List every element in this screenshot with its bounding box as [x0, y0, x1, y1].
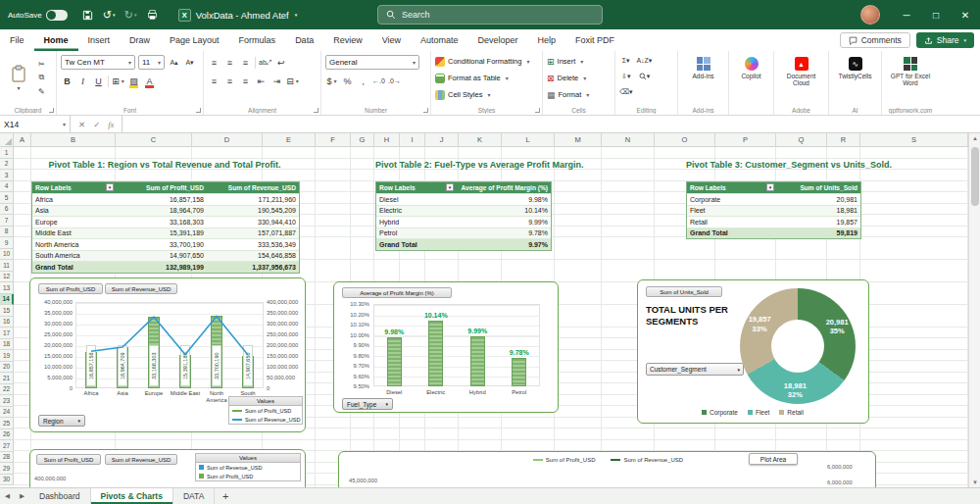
ribbon-tab-review[interactable]: Review [323, 29, 372, 51]
ribbon-tab-formulas[interactable]: Formulas [229, 29, 286, 51]
tab-scroll-right-icon[interactable]: ▶ [15, 488, 29, 504]
cut-icon[interactable]: ✂ [38, 59, 45, 70]
ribbon-tab-view[interactable]: View [372, 29, 411, 51]
borders-icon[interactable]: ⊞▾ [112, 75, 124, 88]
alignment-dialog-launcher[interactable] [314, 108, 318, 113]
format-cells-button[interactable]: ▦ Format▾ [547, 87, 611, 102]
row-header-28[interactable]: 28 [0, 452, 14, 464]
fill-color-icon[interactable]: ▨ [127, 75, 140, 88]
row-header-30[interactable]: 30 [0, 475, 14, 486]
chart-bottom-middle-partial[interactable]: Sum of Profit_USDSum of Revenue_USDPlot … [338, 451, 876, 487]
ribbon-tab-home[interactable]: Home [34, 29, 78, 51]
pivot-field-button[interactable]: Sum of Profit_USD [38, 283, 103, 294]
column-header-R[interactable]: R [827, 133, 860, 147]
align-left-icon[interactable]: ≡ [208, 75, 220, 88]
align-bottom-icon[interactable]: ≡ [239, 56, 252, 70]
column-header-E[interactable]: E [263, 133, 316, 147]
ribbon-tab-data[interactable]: Data [285, 29, 323, 51]
column-header-O[interactable]: O [655, 133, 715, 147]
font-color-icon[interactable]: A [143, 75, 156, 88]
row-header-17[interactable]: 17 [0, 328, 14, 339]
column-header-D[interactable]: D [192, 133, 263, 147]
font-dialog-launcher[interactable] [196, 108, 201, 113]
row-header-3[interactable]: 3 [0, 170, 14, 181]
increase-decimal-icon[interactable]: ←.0 [372, 75, 385, 88]
minimize-button[interactable]: ─ [892, 0, 921, 29]
name-box[interactable]: X14 ▾ [0, 116, 71, 132]
orientation-icon[interactable]: ab⤢ [259, 56, 271, 70]
comments-button[interactable]: Comments [840, 32, 910, 48]
scroll-up-icon[interactable]: ▲ [969, 135, 980, 141]
chart-fuel-profit-margin[interactable]: Average of Profit Margin (%)10.30%10.20%… [333, 281, 559, 413]
align-right-icon[interactable]: ≡ [239, 75, 252, 88]
column-header-C[interactable]: C [116, 133, 192, 147]
styles-dialog-launcher[interactable] [535, 108, 540, 113]
fill-icon[interactable]: ⇩▾ [619, 70, 632, 83]
row-header-15[interactable]: 15 [0, 305, 14, 317]
row-header-24[interactable]: 24 [0, 407, 14, 419]
chart-bottom-left-partial[interactable]: Sum of Profit_USDSum of Revenue_USD400,0… [29, 449, 306, 487]
ribbon-tab-draw[interactable]: Draw [120, 29, 160, 51]
redo-icon[interactable]: ↻▾ [124, 8, 137, 22]
bold-button[interactable]: B [61, 75, 74, 88]
column-header-L[interactable]: L [502, 133, 555, 147]
search-box[interactable]: Search [377, 5, 603, 25]
user-avatar[interactable] [860, 5, 880, 25]
ribbon-tab-automate[interactable]: Automate [411, 29, 468, 51]
confirm-entry-icon[interactable]: ✓ [93, 120, 100, 129]
row-header-16[interactable]: 16 [0, 317, 14, 328]
sheet-canvas[interactable]: Pivot Table 1: Region vs Total Revenue a… [14, 147, 968, 487]
column-header-B[interactable]: B [31, 133, 116, 147]
column-header-K[interactable]: K [459, 133, 502, 147]
region-filter-button[interactable]: Region▾ [38, 415, 85, 427]
twistlycells-button[interactable]: ∿ TwistlyCells [833, 54, 877, 79]
row-header-1[interactable]: 1 [0, 147, 14, 159]
clipboard-dialog-launcher[interactable] [49, 108, 54, 113]
sort-filter-icon[interactable]: A↓Z▾ [636, 54, 652, 68]
copy-icon[interactable]: ⧉ [38, 73, 45, 83]
filter-dropdown-icon[interactable]: ▼ [766, 183, 774, 191]
customer-segment-filter-button[interactable]: Customer_Segment▾ [646, 363, 744, 376]
accounting-format-icon[interactable]: $▾ [325, 75, 338, 88]
ribbon-tab-developer[interactable]: Developer [468, 29, 528, 51]
percent-style-icon[interactable]: % [341, 75, 354, 88]
pivot-field-button[interactable]: Sum of Units_Sold [646, 286, 722, 297]
filter-dropdown-icon[interactable]: ▼ [446, 183, 454, 191]
document-cloud-button[interactable]: ▲ Document Cloud [778, 54, 824, 87]
delete-cells-button[interactable]: ⊠ Delete▾ [547, 71, 611, 85]
font-name-select[interactable]: Tw Cen MT▾ [61, 55, 135, 70]
column-header-N[interactable]: N [602, 133, 655, 147]
share-button[interactable]: Share ▾ [916, 32, 974, 48]
column-header-Q[interactable]: Q [776, 133, 827, 147]
row-header-10[interactable]: 10 [0, 249, 14, 261]
find-select-icon[interactable]: ▾ [636, 70, 652, 83]
column-header-M[interactable]: M [555, 133, 602, 147]
row-header-11[interactable]: 11 [0, 260, 14, 272]
row-header-12[interactable]: 12 [0, 272, 14, 283]
format-as-table-button[interactable]: Format as Table▾ [435, 71, 538, 85]
column-header-I[interactable]: I [400, 133, 425, 147]
row-header-21[interactable]: 21 [0, 373, 14, 384]
pivot-field-button[interactable]: Average of Profit Margin (%) [342, 287, 452, 298]
legend-title[interactable]: Values [196, 454, 300, 463]
format-painter-icon[interactable]: ✎ [38, 86, 45, 97]
column-header-F[interactable]: F [316, 133, 351, 147]
cancel-entry-icon[interactable]: ✕ [78, 120, 85, 129]
row-header-18[interactable]: 18 [0, 339, 14, 351]
number-dialog-launcher[interactable] [423, 108, 428, 113]
ribbon-tab-foxit-pdf[interactable]: Foxit PDF [565, 29, 624, 51]
cell-styles-button[interactable]: Cell Styles▾ [435, 87, 538, 102]
insert-cells-button[interactable]: ⊞ Insert▾ [547, 54, 611, 69]
paste-button[interactable]: ▾ [4, 55, 33, 100]
row-header-6[interactable]: 6 [0, 204, 14, 216]
ribbon-tab-page-layout[interactable]: Page Layout [160, 29, 229, 51]
plot-area-button[interactable]: Plot Area [749, 453, 798, 465]
number-format-select[interactable]: General▾ [325, 55, 419, 70]
print-icon[interactable] [146, 8, 159, 22]
ribbon-tab-insert[interactable]: Insert [78, 29, 121, 51]
close-button[interactable]: ✕ [951, 0, 980, 29]
row-header-22[interactable]: 22 [0, 384, 14, 396]
undo-icon[interactable]: ↺▾ [103, 8, 116, 22]
increase-indent-icon[interactable]: ⇥ [270, 75, 283, 88]
autosave-switch[interactable] [46, 10, 68, 21]
